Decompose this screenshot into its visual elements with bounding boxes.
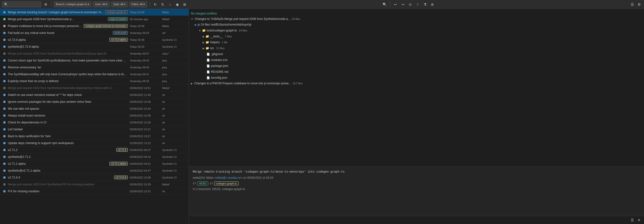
commit-message: Switch to use exact versions instead of … — [7, 93, 128, 97]
graph-column — [2, 163, 7, 165]
list-icon[interactable]: ☰ — [629, 217, 635, 223]
commit-tags: v2.71.2 — [116, 148, 128, 152]
commit-dot — [3, 11, 6, 14]
folder-icon: 📁 — [202, 29, 206, 32]
merge-icon[interactable]: ⑂ — [415, 2, 420, 7]
changes-section-header[interactable]: ▼ Changes to 7c5b5a2b Merge pull request… — [191, 16, 642, 22]
table-row[interactable]: v2.71.0-4 v2.71.0-4 02/06/2022 15:58 Syn… — [0, 174, 188, 181]
table-row[interactable]: Back to deps verification for Yarn 03/06… — [0, 133, 188, 140]
table-row[interactable]: v2.71.1-alpha v2.71.1-alpha 03/06/2022 0… — [0, 160, 188, 167]
search-input[interactable] — [2, 2, 41, 7]
user-selector[interactable]: User: All ▾ — [93, 2, 110, 7]
table-row[interactable]: Merge pull request #204 from Synthetixio… — [0, 85, 188, 91]
table-row[interactable]: synthetix@2.72.0-alpha Today 05:35 Synth… — [0, 43, 188, 50]
commit-date: Today 03:58 — [128, 25, 162, 28]
table-row[interactable]: Ignore common packages for dev tasks plu… — [0, 98, 188, 105]
close-icon[interactable]: ✕ — [636, 217, 642, 223]
commit-date: 02/06/2022 15:39 — [128, 183, 162, 186]
list-item[interactable]: ▶ js 24 files \wsl$\Ubuntu\home\nkbt\sym… — [191, 22, 642, 28]
commit-date: Today 05:35 — [128, 45, 162, 48]
table-row[interactable]: synthetix@2.71.2 03/06/2022 08:42 Synthe… — [0, 153, 188, 160]
refresh-icon[interactable]: ↻ — [152, 2, 158, 7]
graph-column — [2, 114, 7, 117]
commit-message: The SynthBalancesMap will only have Curr… — [7, 72, 128, 76]
commit-author-email[interactable]: nikita@c.snxdao.io — [216, 176, 240, 179]
table-row[interactable]: Correct return type for SynthUtil.synths… — [0, 57, 188, 64]
commit-author: nk — [162, 135, 187, 138]
clock-icon[interactable]: ⊙ — [407, 2, 413, 7]
list-item[interactable]: 📄 package.json — [191, 63, 642, 69]
commit-date: 03/06/2022 10:26 — [128, 121, 162, 124]
commit-tags: codegen-graph-ts — [105, 10, 128, 14]
table-row[interactable]: Prepare codebase to move into js-monorep… — [0, 23, 188, 30]
list-item[interactable]: 📄 modules.d.ts — [191, 57, 642, 63]
arrows-icon[interactable]: ↕ — [167, 2, 173, 7]
table-row[interactable]: Check for dependencies in CI 03/06/2022 … — [0, 119, 188, 126]
table-row[interactable]: Update deps checking to support npm work… — [0, 140, 188, 147]
layout-icon[interactable]: ☰ — [629, 2, 635, 7]
table-row[interactable]: Merge pull request #205 from Synthetixio… — [0, 50, 188, 57]
chevron-down-icon: ▼ — [191, 18, 193, 20]
commit-message: Merge pull request #203 from Synthetixio… — [7, 183, 128, 186]
list-item[interactable]: ▼ 📁 tools\codegen-graph-ts 24 files — [191, 28, 642, 33]
table-row[interactable]: synthetix@v2.71.1-alpha 03/06/2022 04:47… — [0, 167, 188, 174]
paths-selector[interactable]: Paths: All ▾ — [129, 2, 147, 7]
table-row[interactable]: v2.72.0-alpha v2.72.0-alpha Today 05:38 … — [0, 36, 188, 43]
commit-author: nk — [162, 93, 187, 96]
table-row[interactable]: Always install exact versions 03/06/2022… — [0, 112, 188, 119]
table-row[interactable]: Merge pull request #206 from Synthetixio… — [0, 16, 188, 23]
settings-gear-icon[interactable]: ⚙ — [636, 2, 642, 7]
graph-column — [2, 121, 7, 124]
list-item[interactable]: 📄 README.md — [191, 69, 642, 75]
list-item[interactable]: ▶ 📁 src 11 files — [191, 45, 642, 51]
paths-label: Paths: All ▾ — [132, 3, 145, 6]
commit-detail-branches: In 2 branches: HEAD, codegen-graph-ts — [193, 187, 640, 191]
commit-author: Nikita — [162, 25, 187, 28]
date-selector[interactable]: Date: All ▾ — [111, 2, 128, 7]
branch-selector[interactable]: Branch: codegen-graph-ts ▾ — [54, 2, 92, 7]
graph-column — [2, 66, 7, 69]
commit-dot — [3, 163, 6, 165]
graph-column — [2, 80, 7, 82]
table-row[interactable]: Explicity check that ctx.snxjs is define… — [0, 78, 188, 85]
folder-name: src — [210, 46, 214, 50]
commit-message: FIX for missing maxibon — [7, 190, 128, 193]
eye-icon[interactable]: ◉ — [174, 2, 180, 7]
separator-3 — [390, 2, 390, 7]
chevron-right-icon: ▶ — [191, 82, 193, 85]
users-icon[interactable]: ⊛ — [430, 2, 435, 7]
commit-date: Yesterday 08:41 — [128, 73, 162, 76]
graph-column — [2, 183, 7, 186]
list-item[interactable]: ▶ 📁 helpers 1 file — [191, 39, 642, 45]
table-row[interactable]: Lint harded 03/06/2022 10:21 nk — [0, 126, 188, 133]
table-row[interactable]: Merge pull request #203 from Synthetixio… — [0, 181, 188, 188]
redo-icon[interactable]: ↪ — [400, 2, 406, 7]
list-item[interactable]: 📄 .gitignore — [191, 51, 642, 57]
folder-name: __tests__ — [210, 35, 223, 38]
list-item[interactable]: ▶ 📁 __tests__ 7 files — [191, 33, 642, 39]
file-count-2: 157 files — [292, 82, 303, 85]
graph-column — [2, 73, 7, 75]
table-row[interactable]: v2.71.2 v2.71.2 03/06/2022 08:47 Synthet… — [0, 147, 188, 153]
sort-icon[interactable]: ⇅ — [160, 2, 166, 7]
bookmark-icon[interactable]: ⊞ — [182, 2, 188, 7]
graph-column — [2, 18, 7, 20]
table-row[interactable]: FIX for missing maxibon 02/06/2022 15:31… — [0, 188, 188, 195]
right-panel: No merged conflicts ▼ Changes to 7c5b5a2… — [189, 9, 644, 224]
chevron-right-icon: ▶ — [202, 47, 204, 50]
filter-icon[interactable]: ⚗ — [422, 2, 428, 7]
commit-date: 03/06/2022 10:39 — [128, 114, 162, 117]
commit-date: 03/06/2022 08:42 — [128, 155, 162, 158]
undo-icon[interactable]: ↩ — [393, 2, 398, 7]
settings-icon[interactable]: ⚙ — [43, 2, 48, 7]
table-row[interactable]: We use tabs not spaces 03/06/2022 10:44 … — [0, 105, 188, 112]
table-row[interactable]: Switch to use exact versions instead of … — [0, 91, 188, 98]
search-commits-icon[interactable]: 🔍 — [382, 2, 388, 7]
changes-section-2-header[interactable]: ▶ Changes to e7f447bf Prepare codebase t… — [191, 81, 642, 86]
list-item[interactable]: 📄 tsconfig.json — [191, 75, 642, 81]
table-row[interactable]: Fail build on any critical vulns found c… — [0, 30, 188, 36]
table-row[interactable]: Remove unneccesary 'as' Yesterday 08:43 … — [0, 64, 188, 71]
tag-badge: codegen-graph-ts/move-to-monorepo — [84, 24, 128, 28]
table-row[interactable]: The SynthBalancesMap will only have Curr… — [0, 71, 188, 78]
table-row[interactable]: Merge remote-tracking branch 'codegen-gr… — [0, 9, 188, 16]
